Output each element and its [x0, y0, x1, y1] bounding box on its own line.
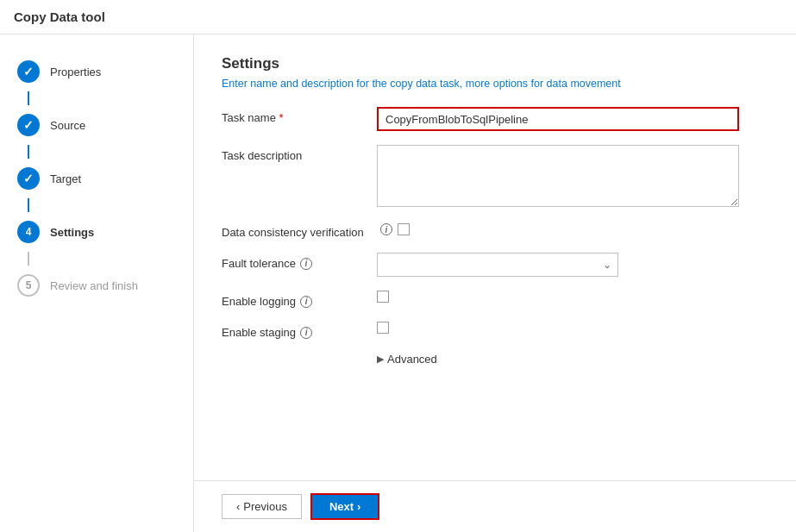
step-label-target: Target: [50, 172, 81, 185]
step-connector-1: [28, 91, 29, 105]
fault-tolerance-control: None Skip incompatible rows ⌄: [377, 253, 739, 277]
step-label-review: Review and finish: [50, 279, 138, 292]
sidebar-item-source[interactable]: Source: [0, 105, 193, 145]
step-connector-2: [28, 145, 29, 159]
enable-staging-label: Enable staging i: [222, 322, 377, 339]
task-name-label: Task name *: [222, 107, 377, 124]
step-circle-target: [17, 167, 40, 190]
data-consistency-info-icon[interactable]: i: [380, 223, 392, 235]
task-desc-control: [377, 145, 739, 210]
enable-logging-checkbox[interactable]: [377, 291, 389, 303]
fault-tolerance-select[interactable]: None Skip incompatible rows: [377, 253, 618, 277]
step-circle-source: [17, 114, 40, 136]
task-desc-row: Task description: [222, 145, 768, 210]
step-circle-review: 5: [17, 274, 40, 297]
sidebar-item-settings[interactable]: 4 Settings: [0, 212, 193, 252]
data-consistency-row: Data consistency verification i: [222, 223, 768, 239]
step-circle-properties: [17, 60, 40, 83]
section-title: Settings: [222, 55, 768, 72]
step-label-properties: Properties: [50, 66, 101, 78]
data-consistency-label: Data consistency verification: [222, 223, 377, 239]
next-chevron-icon: ›: [357, 500, 360, 513]
task-name-row: Task name *: [222, 107, 768, 131]
step-circle-settings: 4: [17, 221, 40, 243]
task-desc-label: Task description: [222, 145, 377, 162]
page-title: Copy Data tool: [14, 9, 105, 24]
enable-staging-info-icon[interactable]: i: [300, 327, 312, 339]
previous-label: Previous: [243, 500, 287, 513]
sidebar-item-target[interactable]: Target: [0, 159, 193, 198]
enable-logging-label: Enable logging i: [222, 291, 377, 308]
fault-tolerance-row: Fault tolerance i None Skip incompatible…: [222, 253, 768, 277]
enable-staging-control: [377, 322, 739, 336]
sidebar-item-properties[interactable]: Properties: [0, 52, 193, 91]
previous-chevron-icon: ‹: [236, 500, 240, 513]
step-label-settings: Settings: [50, 226, 94, 239]
next-button[interactable]: Next ›: [310, 493, 380, 520]
advanced-chevron-icon: ▶: [377, 354, 384, 365]
step-label-source: Source: [50, 119, 85, 132]
section-subtitle: Enter name and description for the copy …: [222, 78, 768, 90]
enable-staging-row: Enable staging i: [222, 322, 768, 339]
fault-tolerance-info-icon[interactable]: i: [300, 258, 312, 270]
task-desc-textarea[interactable]: [377, 145, 739, 207]
enable-staging-checkbox[interactable]: [377, 322, 389, 334]
step-connector-4: [28, 252, 29, 266]
enable-logging-control: [377, 291, 739, 305]
sidebar-item-review[interactable]: 5 Review and finish: [0, 266, 193, 305]
step-connector-3: [28, 198, 29, 212]
content-body: Settings Enter name and description for …: [194, 34, 796, 480]
task-name-control: [377, 107, 739, 131]
content-footer: ‹ Previous Next ›: [194, 480, 796, 532]
content-area: Settings Enter name and description for …: [194, 34, 796, 532]
previous-button[interactable]: ‹ Previous: [222, 494, 302, 519]
sidebar: Properties Source Target 4 Settings: [0, 34, 194, 532]
advanced-section[interactable]: ▶ Advanced: [377, 353, 768, 366]
advanced-label: Advanced: [387, 353, 437, 366]
enable-logging-row: Enable logging i: [222, 291, 768, 308]
data-consistency-control: i: [377, 223, 739, 235]
next-label: Next: [329, 500, 354, 513]
fault-tolerance-label: Fault tolerance i: [222, 253, 377, 270]
task-name-input[interactable]: [377, 107, 739, 131]
data-consistency-checkbox[interactable]: [398, 223, 410, 235]
enable-logging-info-icon[interactable]: i: [300, 296, 312, 308]
